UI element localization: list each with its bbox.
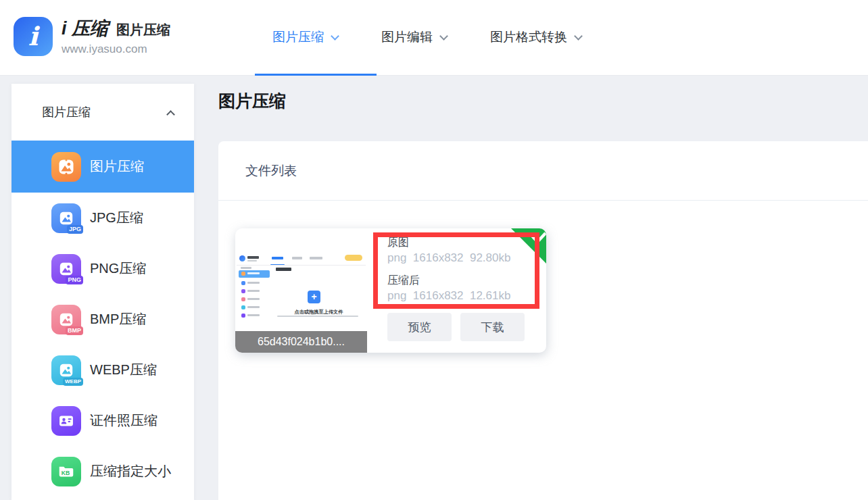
sidebar-group-header[interactable]: 图片压缩 [11, 84, 194, 141]
sidebar-item-webp-compress[interactable]: WEBP WEBP压缩 [11, 345, 194, 395]
icon-badge: JPG [67, 225, 83, 234]
idphoto-compress-icon [51, 406, 81, 436]
sidebar-item-label: JPG压缩 [90, 209, 143, 227]
brand-logo-letter: i [28, 21, 38, 51]
file-list-title: 文件列表 [245, 162, 297, 180]
brand-text: i 压缩 图片压缩 www.iyasuo.com [62, 16, 170, 56]
brand-logo-icon: i [14, 17, 53, 56]
chevron-down-icon [331, 32, 339, 41]
mini-upload-text: 点击或拖拽至上传文件 [276, 309, 361, 316]
mini-upload-plus-icon: + [308, 291, 320, 303]
original-info: png 1616x832 92.80kb [387, 250, 510, 266]
header: i i 压缩 图片压缩 www.iyasuo.com 图片压缩 图片编辑 图片格… [0, 0, 868, 76]
sidebar-item-label: WEBP压缩 [90, 361, 157, 379]
file-info: 原图 png 1616x832 92.80kb 压缩后 png 1616x832… [387, 234, 510, 310]
sidebar-item-label: 压缩指定大小 [90, 462, 171, 480]
thumbnail-mini-screenshot: + 点击或拖拽至上传文件 [237, 253, 366, 319]
icon-badge: PNG [66, 276, 83, 284]
chevron-up-icon [166, 110, 175, 119]
brand-suffix: 图片压缩 [116, 21, 170, 39]
page-title: 图片压缩 [218, 90, 286, 112]
sidebar-item-image-compress[interactable]: 图片压缩 [11, 141, 194, 193]
file-list-header: 文件列表 [218, 141, 868, 201]
file-card: + 点击或拖拽至上传文件 65d43f024b1b0.... 原图 png 16… [235, 228, 546, 353]
nav-item-label: 图片格式转换 [490, 28, 567, 46]
sidebar-item-label: PNG压缩 [90, 259, 146, 278]
webp-compress-icon: WEBP [51, 355, 81, 385]
nav-item-format-convert[interactable]: 图片格式转换 [490, 28, 581, 46]
active-tab-underline [255, 74, 377, 76]
sidebar-group-label: 图片压缩 [42, 104, 91, 120]
nav-item-label: 图片编辑 [381, 28, 433, 46]
brand-url: www.iyasuo.com [62, 43, 170, 56]
sidebar-item-label: BMP压缩 [90, 310, 146, 328]
sidebar-item-jpg-compress[interactable]: JPG JPG压缩 [11, 193, 194, 243]
sidebar-item-label: 图片压缩 [90, 157, 144, 176]
file-name: 65d43f024b1b0.... [235, 331, 367, 353]
mini-vip-button [345, 255, 362, 261]
brand-logo[interactable]: i i 压缩 图片压缩 www.iyasuo.com [14, 16, 170, 56]
sidebar-item-png-compress[interactable]: PNG PNG压缩 [11, 243, 194, 294]
compressed-label: 压缩后 [387, 272, 510, 288]
top-nav: 图片压缩 图片编辑 图片格式转换 [272, 0, 581, 74]
nav-item-label: 图片压缩 [272, 28, 324, 46]
original-label: 原图 [387, 234, 510, 250]
success-ribbon [511, 228, 546, 264]
app-root: i i 压缩 图片压缩 www.iyasuo.com 图片压缩 图片编辑 图片格… [0, 0, 868, 500]
chevron-down-icon [574, 32, 583, 41]
image-compress-icon [51, 152, 81, 182]
sidebar-item-idphoto-compress[interactable]: 证件照压缩 [11, 395, 194, 446]
svg-text:KB: KB [62, 469, 70, 476]
icon-badge: WEBP [63, 378, 83, 386]
compress-to-size-icon: KB [51, 457, 81, 486]
mini-logo-icon [239, 255, 245, 261]
download-button[interactable]: 下载 [460, 313, 525, 341]
file-list-panel: 文件列表 [218, 141, 868, 500]
jpg-compress-icon: JPG [51, 203, 81, 233]
nav-item-image-compress[interactable]: 图片压缩 [272, 28, 338, 46]
sidebar-item-label: 证件照压缩 [90, 411, 158, 430]
preview-button[interactable]: 预览 [387, 313, 452, 341]
nav-item-image-edit[interactable]: 图片编辑 [381, 28, 447, 46]
icon-badge: BMP [66, 326, 83, 335]
sidebar-item-compress-to-size[interactable]: KB 压缩指定大小 [11, 446, 194, 497]
brand-name: i 压缩 [62, 16, 108, 41]
sidebar-item-bmp-compress[interactable]: BMP BMP压缩 [11, 294, 194, 345]
bmp-compress-icon: BMP [51, 305, 81, 334]
file-thumbnail[interactable]: + 点击或拖拽至上传文件 65d43f024b1b0.... [235, 228, 367, 353]
sidebar: 图片压缩 图片压缩 JPG JPG压缩 PNG PNG压缩 [11, 84, 194, 500]
png-compress-icon: PNG [51, 254, 81, 284]
chevron-down-icon [439, 32, 448, 41]
compressed-info: png 1616x832 12.61kb [387, 288, 510, 304]
